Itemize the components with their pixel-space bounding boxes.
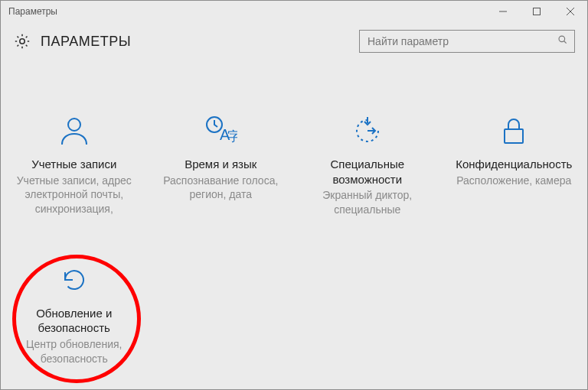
svg-rect-11 [505, 129, 523, 143]
tile-accounts[interactable]: Учетные записи Учетные записи, адрес эле… [1, 114, 148, 217]
tile-title: Обновление и безопасность [8, 306, 140, 336]
tile-title: Специальные возможности [302, 157, 433, 187]
tile-desc: Распознавание голоса, регион, дата [155, 174, 287, 203]
tile-desc: Учетные записи, адрес электронной почты,… [8, 174, 140, 217]
search-box[interactable] [359, 30, 575, 53]
svg-rect-1 [534, 8, 541, 15]
tile-update-security[interactable]: Обновление и безопасность Центр обновлен… [1, 263, 148, 366]
tile-title: Время и язык [185, 157, 256, 172]
svg-point-5 [559, 36, 565, 42]
maximize-button[interactable] [520, 1, 554, 22]
gear-icon [13, 32, 31, 50]
person-icon [57, 114, 91, 148]
tile-desc: Экранный диктор, специальные [302, 188, 433, 217]
settings-window: Параметры ПАРАМЕТРЫ [0, 0, 588, 390]
time-language-icon: A 字 [204, 114, 237, 148]
window-controls [486, 1, 587, 22]
svg-text:字: 字 [227, 129, 237, 144]
tile-desc: Расположение, камера [456, 174, 571, 188]
close-icon [567, 8, 574, 15]
window-title: Параметры [8, 6, 57, 17]
tiles-grid: Учетные записи Учетные записи, адрес эле… [1, 60, 587, 366]
minimize-button[interactable] [486, 1, 520, 22]
update-icon [57, 263, 91, 297]
tile-desc: Центр обновления, безопасность [8, 337, 140, 366]
ease-of-access-icon [351, 114, 384, 148]
header-left: ПАРАМЕТРЫ [13, 32, 131, 50]
search-input[interactable] [366, 34, 557, 48]
search-icon [557, 34, 568, 48]
tile-title: Учетные записи [31, 157, 116, 172]
tile-time-language[interactable]: A 字 Время и язык Распознавание голоса, р… [148, 114, 295, 217]
svg-point-7 [68, 119, 80, 131]
tile-ease-of-access[interactable]: Специальные возможности Экранный диктор,… [294, 114, 441, 217]
minimize-icon [499, 8, 507, 15]
maximize-icon [533, 8, 541, 15]
header: ПАРАМЕТРЫ [1, 22, 587, 60]
close-button[interactable] [554, 1, 587, 22]
tile-privacy[interactable]: Конфиденциальность Расположение, камера [441, 114, 588, 217]
svg-line-6 [564, 41, 567, 44]
titlebar: Параметры [1, 1, 587, 22]
app-title: ПАРАМЕТРЫ [41, 34, 131, 50]
svg-point-4 [20, 39, 24, 44]
tile-title: Конфиденциальность [456, 157, 572, 172]
lock-icon [497, 114, 531, 148]
